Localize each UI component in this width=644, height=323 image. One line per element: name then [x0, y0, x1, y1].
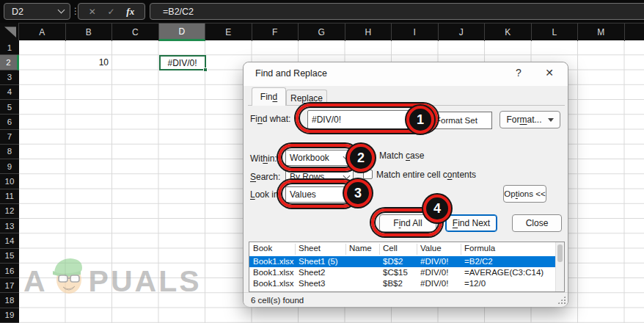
row-header-9[interactable]: 9	[0, 159, 19, 174]
col-name[interactable]: Name	[349, 244, 381, 253]
name-box-value: D2	[12, 7, 23, 17]
row-header-5[interactable]: 5	[0, 100, 19, 115]
chevron-down-icon	[343, 190, 351, 197]
result-row[interactable]: Book1.xlsx Sheet3 $B$2 #DIV/0! =12/0	[249, 278, 555, 289]
search-label: Search:	[250, 172, 280, 182]
column-header-B[interactable]: B	[66, 23, 113, 41]
results-list: Book Sheet Name Cell Value Formula Book1…	[249, 242, 565, 292]
close-icon[interactable]: ✕	[540, 67, 559, 79]
col-formula[interactable]: Formula	[464, 244, 557, 253]
formula-text: =B2/C2	[163, 7, 194, 17]
find-all-button[interactable]: Find All	[379, 214, 436, 232]
col-value[interactable]: Value	[420, 244, 463, 253]
tab-replace[interactable]: Replace	[286, 90, 327, 106]
row-header-18[interactable]: 18	[0, 293, 19, 308]
row-header-7[interactable]: 7	[0, 130, 19, 145]
match-case-label: Match case	[379, 150, 424, 161]
find-what-input[interactable]: #DIV/0!	[307, 110, 422, 129]
row-header-12[interactable]: 12	[0, 204, 19, 219]
dialog-statusbar: 6 cell(s) found	[244, 292, 568, 307]
row-header-2[interactable]: 2	[0, 55, 19, 70]
results-header: Book Sheet Name Cell Value Formula	[249, 242, 555, 256]
within-select[interactable]: Workbook	[285, 150, 354, 166]
column-header-F[interactable]: F	[252, 23, 299, 41]
match-case-checkbox[interactable]	[365, 150, 375, 160]
result-row[interactable]: Book1.xlsx Sheet1 (5) $D$2 #DIV/0! =B2/C…	[249, 256, 555, 267]
column-header-K[interactable]: K	[485, 23, 532, 41]
name-box[interactable]: D2	[4, 3, 70, 20]
match-entire-label: Match entire cell contents	[376, 170, 476, 180]
fill-handle[interactable]	[203, 68, 208, 72]
scrollbar-thumb[interactable]	[557, 244, 563, 262]
row-header-1[interactable]: 1	[0, 40, 19, 55]
formula-actions: ✕ ✓ fx	[78, 3, 145, 20]
row-header-16[interactable]: 16	[0, 264, 19, 278]
row-header-19[interactable]: 19	[0, 308, 19, 323]
dialog-title: Find and Replace	[255, 68, 327, 79]
format-button[interactable]: Format...	[500, 111, 560, 128]
chevron-down-icon	[343, 173, 351, 180]
find-what-label: Find what:	[250, 114, 290, 124]
row-header-13[interactable]: 13	[0, 219, 19, 233]
close-button[interactable]: Close	[512, 214, 562, 232]
row-header-3[interactable]: 3	[0, 70, 19, 85]
column-header-L[interactable]: L	[532, 23, 579, 41]
row-header-17[interactable]: 17	[0, 278, 19, 293]
row-header-4[interactable]: 4	[0, 85, 19, 100]
row-header-10[interactable]: 10	[0, 174, 19, 189]
look-in-select[interactable]: Values	[285, 186, 354, 203]
row-headers: 12345678910111213141516171819	[0, 40, 19, 323]
cell-D2-selected[interactable]: #DIV/0!	[159, 55, 206, 70]
chevron-down-icon[interactable]	[58, 7, 65, 14]
column-header-D[interactable]: D	[159, 23, 206, 41]
column-header-C[interactable]: C	[112, 23, 159, 41]
column-header-J[interactable]: J	[439, 23, 486, 41]
tab-find[interactable]: Find	[252, 87, 286, 106]
look-in-label: Look in:	[250, 189, 281, 200]
chevron-down-icon	[343, 153, 351, 161]
find-what-value: #DIV/0!	[312, 115, 341, 125]
column-header-E[interactable]: E	[205, 23, 252, 41]
status-text: 6 cell(s) found	[251, 296, 304, 305]
select-all-triangle-icon	[4, 26, 16, 37]
tab-divider	[248, 105, 565, 106]
results-scrollbar[interactable]	[555, 242, 564, 291]
help-icon[interactable]: ?	[509, 67, 528, 79]
dropdown-arrow-icon	[548, 118, 554, 122]
column-header-M[interactable]: M	[578, 23, 625, 41]
result-row[interactable]: Book1.xlsx Sheet2 $C$15 #DIV/0! =AVERAGE…	[249, 267, 555, 278]
column-header-G[interactable]: G	[299, 23, 345, 41]
formula-input[interactable]: =B2/C2	[150, 3, 644, 20]
row-header-8[interactable]: 8	[0, 145, 19, 159]
column-header-I[interactable]: I	[392, 23, 439, 41]
row-header-6[interactable]: 6	[0, 115, 19, 129]
cancel-icon[interactable]: ✕	[89, 7, 96, 17]
format-preview: No Format Set	[408, 112, 492, 129]
enter-icon[interactable]: ✓	[108, 7, 115, 17]
row-header-14[interactable]: 14	[0, 233, 19, 248]
options-button[interactable]: Options <<	[503, 185, 546, 203]
col-sheet[interactable]: Sheet	[299, 244, 348, 253]
select-all-corner[interactable]	[0, 23, 19, 40]
cell-B2[interactable]: 10	[66, 55, 113, 70]
match-entire-checkbox[interactable]	[363, 170, 373, 179]
insert-function-icon[interactable]: fx	[126, 6, 134, 18]
within-label: Within:	[250, 153, 277, 164]
find-next-button[interactable]: Find Next	[445, 214, 497, 232]
cell-D2-value: #DIV/0!	[167, 58, 197, 68]
column-headers: ABCDEFGHIJKLM	[0, 23, 644, 40]
find-replace-dialog: Find and Replace ? ✕ Find Replace Find w…	[243, 62, 568, 307]
column-header-A[interactable]: A	[19, 23, 66, 41]
col-cell[interactable]: Cell	[383, 244, 419, 253]
search-select[interactable]: By Rows	[285, 170, 354, 184]
row-header-15[interactable]: 15	[0, 249, 19, 264]
col-book[interactable]: Book	[253, 244, 297, 253]
formula-bar: D2 ⋮ ✕ ✓ fx =B2/C2	[0, 0, 644, 23]
column-header-H[interactable]: H	[345, 23, 392, 41]
row-header-11[interactable]: 11	[0, 189, 19, 204]
